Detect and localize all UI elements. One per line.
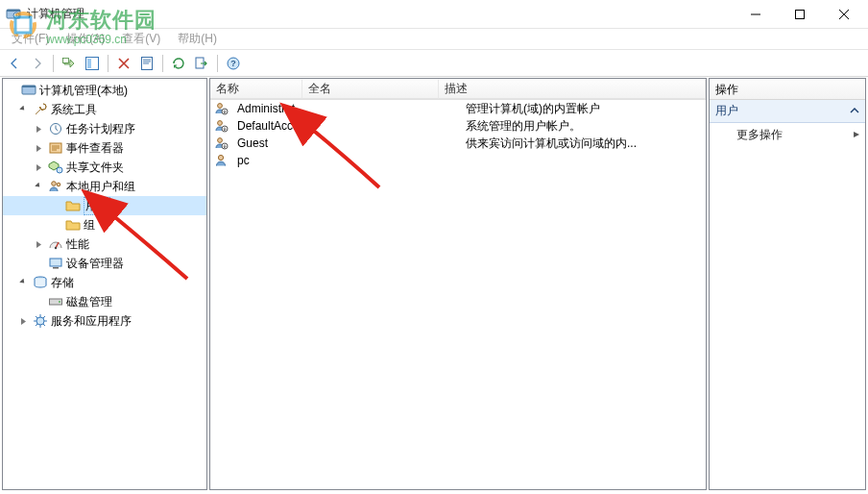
- column-fullname[interactable]: 全名: [302, 79, 439, 99]
- svg-text:?: ?: [230, 59, 236, 68]
- tree-label: 任务计划程序: [66, 121, 135, 137]
- expander-icon: [32, 257, 45, 270]
- expander-icon: [49, 199, 62, 212]
- tree-system-tools[interactable]: 系统工具: [3, 100, 206, 119]
- user-down-icon: [213, 118, 229, 134]
- tree-pane[interactable]: 计算机管理(本地) 系统工具 任务计划程序: [2, 78, 207, 490]
- expander-icon[interactable]: [16, 314, 30, 328]
- menu-help[interactable]: 帮助(H): [170, 29, 225, 49]
- maximize-button[interactable]: [778, 0, 822, 29]
- user-row[interactable]: pc: [210, 152, 706, 169]
- expander-icon[interactable]: [16, 103, 30, 116]
- svg-rect-20: [53, 267, 59, 269]
- perf-icon: [48, 236, 63, 252]
- list-header: 名称 全名 描述: [210, 79, 706, 100]
- cell-name: Administrat...: [231, 102, 324, 115]
- tree-users-folder[interactable]: 用户: [3, 196, 206, 215]
- expander-icon[interactable]: [32, 161, 45, 174]
- cell-name: DefaultAcc...: [231, 119, 324, 133]
- tree-shared-folders[interactable]: 共享文件夹: [3, 158, 206, 177]
- tree-label: 设备管理器: [66, 256, 124, 272]
- storage-icon: [33, 275, 48, 290]
- collapse-icon[interactable]: [850, 105, 859, 118]
- user-icon: [213, 153, 229, 168]
- window-title: 计算机管理: [27, 6, 84, 22]
- tree-services-apps[interactable]: 服务和应用程序: [3, 311, 206, 331]
- column-name[interactable]: 名称: [210, 79, 302, 99]
- expander-icon[interactable]: [32, 141, 45, 155]
- menu-file[interactable]: 文件(F): [4, 29, 57, 49]
- up-button[interactable]: [59, 53, 80, 74]
- tree-label: 系统工具: [51, 102, 97, 118]
- expander-icon: [32, 295, 45, 309]
- svg-point-25: [218, 104, 223, 109]
- tree-label: 组: [84, 217, 95, 234]
- tree-label: 用户: [84, 197, 110, 215]
- users-icon: [48, 179, 63, 194]
- user-row[interactable]: DefaultAcc... 系统管理的用户帐户。: [210, 117, 706, 135]
- tree-task-scheduler[interactable]: 任务计划程序: [3, 119, 206, 138]
- menubar: 文件(F) 操作(A) 查看(V) 帮助(H): [0, 29, 868, 50]
- tree-root[interactable]: 计算机管理(本地): [3, 81, 206, 100]
- minimize-button[interactable]: [734, 0, 778, 29]
- user-row[interactable]: Guest 供来宾访问计算机或访问域的内...: [210, 135, 706, 152]
- app-icon: [6, 7, 21, 22]
- toolbar-separator: [108, 55, 108, 72]
- export-button[interactable]: [191, 53, 212, 74]
- tree-root-label: 计算机管理(本地): [39, 83, 128, 99]
- actions-more-label: 更多操作: [736, 128, 783, 141]
- actions-section[interactable]: 用户: [710, 100, 865, 123]
- delete-button[interactable]: [113, 53, 134, 74]
- chevron-right-icon: ▸: [854, 127, 859, 140]
- tree-performance[interactable]: 性能: [3, 235, 206, 254]
- tree-event-viewer[interactable]: 事件查看器: [3, 138, 206, 158]
- svg-rect-4: [63, 58, 69, 62]
- refresh-button[interactable]: [168, 53, 189, 74]
- tree-label: 性能: [66, 236, 89, 253]
- tree-groups-folder[interactable]: 组: [3, 215, 206, 235]
- cell-desc: 管理计算机(域)的内置帐户: [460, 101, 706, 117]
- svg-rect-12: [22, 86, 36, 87]
- expander-icon[interactable]: [32, 122, 45, 136]
- tree-storage[interactable]: 存储: [3, 273, 206, 292]
- cell-name: pc: [231, 154, 324, 167]
- actions-more[interactable]: 更多操作 ▸: [710, 123, 865, 147]
- cell-desc: 系统管理的用户帐户。: [460, 118, 706, 135]
- svg-rect-3: [796, 11, 805, 19]
- svg-point-23: [59, 301, 60, 303]
- list-body: Administrat... 管理计算机(域)的内置帐户 DefaultAcc.…: [210, 100, 706, 169]
- cell-desc: 供来宾访问计算机或访问域的内...: [460, 136, 706, 152]
- expander-icon[interactable]: [32, 237, 45, 251]
- close-button[interactable]: [822, 0, 866, 29]
- shared-icon: [48, 160, 63, 175]
- expander-icon[interactable]: [5, 84, 18, 97]
- device-icon: [48, 256, 63, 271]
- clock-icon: [48, 121, 63, 136]
- properties-button[interactable]: [136, 53, 157, 74]
- tree-label: 本地用户和组: [66, 179, 135, 195]
- svg-point-18: [55, 247, 57, 249]
- column-description[interactable]: 描述: [439, 79, 706, 99]
- expander-icon[interactable]: [32, 180, 45, 193]
- menu-action[interactable]: 操作(A): [59, 29, 112, 49]
- tree-device-manager[interactable]: 设备管理器: [3, 254, 206, 273]
- user-row[interactable]: Administrat... 管理计算机(域)的内置帐户: [210, 100, 706, 117]
- tools-icon: [33, 102, 48, 117]
- menu-view[interactable]: 查看(V): [114, 29, 168, 49]
- help-button[interactable]: ?: [223, 53, 244, 74]
- cell-name: Guest: [231, 136, 324, 150]
- list-pane[interactable]: 名称 全名 描述 Administrat... 管理计算机(域)的内置帐户 De…: [209, 78, 707, 490]
- folder-icon: [65, 217, 81, 233]
- tree-local-users[interactable]: 本地用户和组: [3, 177, 206, 196]
- forward-button[interactable]: [27, 53, 48, 74]
- services-icon: [33, 313, 48, 329]
- svg-rect-6: [87, 59, 91, 68]
- titlebar: 计算机管理: [0, 0, 868, 29]
- toolbar: ?: [0, 50, 868, 77]
- show-hide-tree-button[interactable]: [82, 53, 103, 74]
- svg-point-27: [218, 121, 223, 126]
- tree-label: 服务和应用程序: [51, 313, 132, 330]
- expander-icon[interactable]: [16, 276, 30, 289]
- tree-disk-mgmt[interactable]: 磁盘管理: [3, 292, 206, 311]
- back-button[interactable]: [4, 53, 25, 74]
